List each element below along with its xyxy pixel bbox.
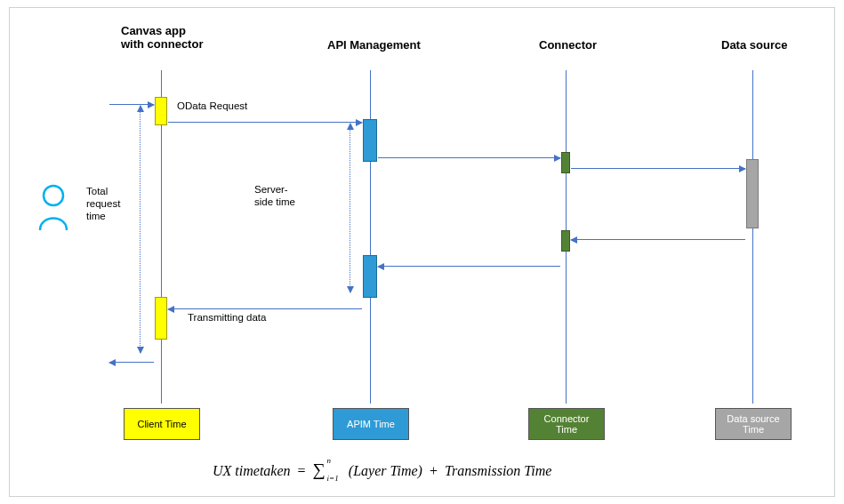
formula-term1: (Layer Time)	[329, 463, 422, 478]
arrow-user-to-canvas	[109, 104, 154, 105]
span-server-side	[350, 124, 350, 292]
arrow-apim-to-connector	[378, 157, 560, 158]
arrow-canvas-to-apim	[168, 122, 362, 123]
sigma-sup: n	[327, 456, 332, 465]
label-odata: OData Request	[177, 100, 247, 113]
span-total-request	[140, 106, 141, 353]
svg-point-0	[44, 186, 63, 205]
lifeline-datasource	[752, 70, 753, 404]
label-transmitting: Transmitting data	[188, 312, 266, 324]
lane-title-datasource: Data source	[721, 38, 787, 52]
exec-canvas-bottom	[155, 297, 167, 340]
user-icon	[36, 184, 70, 232]
sigma-symbol: ∑	[313, 460, 326, 479]
formula-lhs: UX timetaken	[213, 463, 291, 478]
exec-apim-bottom	[363, 255, 377, 298]
timebox-datasource: Data source Time	[715, 408, 792, 440]
formula: UX timetaken = ∑ni=1 (Layer Time) + Tran…	[213, 460, 551, 480]
exec-connector-bottom	[561, 230, 570, 252]
sigma-sub: i=1	[327, 474, 339, 483]
arrow-datasource-to-connector	[571, 239, 745, 240]
formula-plus: +	[426, 463, 441, 478]
formula-term2: Transmission Time	[445, 463, 551, 478]
label-total-request: Total request time	[86, 186, 120, 222]
arrow-apim-to-canvas	[168, 308, 362, 309]
arrow-connector-to-apim	[378, 266, 560, 267]
label-server-side: Server- side time	[254, 184, 295, 209]
arrow-connector-to-datasource	[571, 168, 745, 169]
lane-title-apim: API Management	[327, 38, 421, 52]
formula-sigma: ∑ni=1	[313, 460, 326, 479]
arrow-canvas-to-user	[109, 362, 154, 363]
exec-apim-top	[363, 119, 377, 162]
timebox-client: Client Time	[124, 408, 200, 440]
lane-title-canvas: Canvas app with connector	[121, 24, 203, 51]
exec-datasource	[746, 159, 759, 228]
exec-connector-top	[561, 152, 570, 173]
formula-eq: =	[294, 463, 309, 478]
lane-title-connector: Connector	[539, 38, 597, 52]
exec-canvas-top	[155, 97, 167, 125]
diagram-frame: Canvas app with connector API Management…	[9, 7, 835, 497]
timebox-connector: Connector Time	[528, 408, 605, 440]
timebox-apim: APIM Time	[333, 408, 409, 440]
